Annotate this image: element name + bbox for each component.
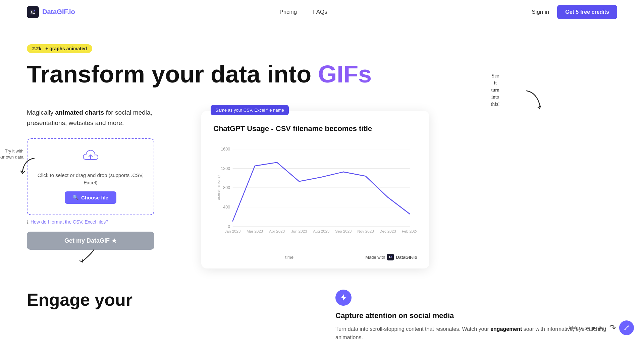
see-it-arrow-icon bbox=[523, 89, 543, 116]
get-credits-button[interactable]: Get 5 free credits bbox=[557, 5, 617, 19]
chart-card: Same as your CSV, Excel file name ChatGP… bbox=[201, 111, 429, 268]
engage-section: Engage your bbox=[27, 290, 309, 310]
upload-instruction: Click to select or drag and drop (suppor… bbox=[36, 172, 146, 187]
nav-pricing[interactable]: Pricing bbox=[279, 9, 297, 15]
hero-description: Magically animated charts for social med… bbox=[27, 108, 181, 128]
info-icon: ℹ bbox=[27, 220, 29, 225]
svg-text:Nov 2023: Nov 2023 bbox=[357, 229, 374, 233]
svg-text:Mar 2023: Mar 2023 bbox=[247, 229, 263, 233]
bottom-section: Engage your Capture attention on social … bbox=[0, 269, 644, 362]
format-help-link[interactable]: How do I format the CSV, Excel files? bbox=[31, 219, 108, 225]
svg-text:400: 400 bbox=[223, 205, 230, 209]
chart-x-label: time bbox=[213, 255, 365, 260]
chart-area: 1600 1200 800 400 0 users(millions) Jan … bbox=[213, 141, 417, 248]
hero-title: Transform your data into GIFs bbox=[27, 61, 617, 87]
logo-link[interactable]: DataGIF.io bbox=[27, 6, 75, 18]
upload-cloud-icon bbox=[83, 149, 98, 167]
choose-file-button[interactable]: 🔍 Choose file bbox=[65, 191, 116, 204]
svg-point-23 bbox=[625, 329, 626, 330]
svg-text:Dec 2023: Dec 2023 bbox=[379, 229, 396, 233]
svg-text:Aug 2023: Aug 2023 bbox=[313, 229, 329, 233]
svg-text:1200: 1200 bbox=[221, 166, 230, 171]
svg-text:Jun 2023: Jun 2023 bbox=[291, 229, 307, 233]
chart-title: ChatGPT Usage - CSV filename becomes tit… bbox=[213, 124, 417, 133]
svg-point-22 bbox=[391, 256, 392, 257]
suggestion-label-text: Make a suggestion bbox=[569, 324, 606, 331]
datagif-small-text: DataGIF.io bbox=[396, 255, 417, 260]
svg-text:1600: 1600 bbox=[221, 147, 230, 152]
get-gif-button[interactable]: Get my DataGIF ★ bbox=[27, 232, 154, 250]
navbar: DataGIF.io Pricing FAQs Sign in Get 5 fr… bbox=[0, 0, 644, 24]
button-arrow-icon bbox=[70, 248, 97, 268]
chart-made-with: Made with DataGIF.io bbox=[365, 254, 417, 260]
main-content: Magically animated charts for social med… bbox=[0, 108, 644, 269]
svg-text:users(millions): users(millions) bbox=[216, 175, 220, 200]
svg-point-24 bbox=[628, 326, 629, 327]
engage-title: Engage your bbox=[27, 290, 309, 310]
signin-link[interactable]: Sign in bbox=[532, 9, 549, 15]
nav-links: Pricing FAQs bbox=[279, 9, 327, 15]
datagif-small-icon bbox=[387, 254, 394, 260]
hero-section: 2.2k + graphs animated Transform your da… bbox=[0, 24, 644, 101]
see-it-label: See it turninto this! bbox=[491, 72, 500, 108]
stats-badge: 2.2k + graphs animated bbox=[27, 44, 92, 53]
csv-tooltip: Same as your CSV, Excel file name bbox=[211, 105, 289, 115]
svg-text:Sep 2023: Sep 2023 bbox=[335, 229, 352, 233]
nav-right: Sign in Get 5 free credits bbox=[532, 5, 617, 19]
chart-preview-panel: See it turninto this! Same as your CSV, … bbox=[201, 108, 617, 269]
svg-text:Feb 2024: Feb 2024 bbox=[402, 229, 417, 233]
line-chart-svg: 1600 1200 800 400 0 users(millions) Jan … bbox=[213, 141, 417, 248]
logo-icon bbox=[27, 6, 39, 18]
upload-dropzone[interactable]: Click to select or drag and drop (suppor… bbox=[27, 138, 154, 215]
try-arrow-icon bbox=[17, 157, 38, 177]
svg-text:800: 800 bbox=[223, 185, 230, 190]
feature-title: Capture attention on social media bbox=[335, 311, 617, 321]
suggestion-arrow-icon: ↷ bbox=[608, 322, 617, 333]
chart-footer: time Made with DataGIF.io bbox=[213, 254, 417, 260]
nav-faqs[interactable]: FAQs bbox=[313, 9, 327, 15]
suggestion-bar: Make a suggestion ↷ bbox=[569, 320, 634, 335]
svg-text:Apr 2023: Apr 2023 bbox=[269, 229, 285, 233]
logo-text: DataGIF.io bbox=[42, 8, 75, 16]
format-help: ℹ How do I format the CSV, Excel files? bbox=[27, 219, 181, 225]
svg-text:0: 0 bbox=[228, 224, 230, 229]
upload-wrapper: Try it withyour own data Click to select… bbox=[27, 138, 181, 225]
search-icon: 🔍 bbox=[73, 195, 78, 200]
svg-text:Jan 2023: Jan 2023 bbox=[225, 229, 240, 233]
left-panel: Magically animated charts for social med… bbox=[27, 108, 181, 269]
svg-point-0 bbox=[34, 10, 36, 11]
see-it-label-area: See it turninto this! bbox=[523, 89, 543, 116]
suggestion-button[interactable] bbox=[619, 320, 634, 335]
lightning-icon bbox=[335, 290, 352, 306]
